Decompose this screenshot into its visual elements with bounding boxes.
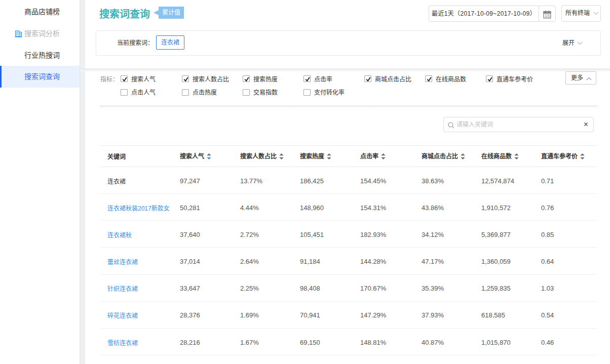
svg-text:15: 15 — [545, 12, 550, 18]
